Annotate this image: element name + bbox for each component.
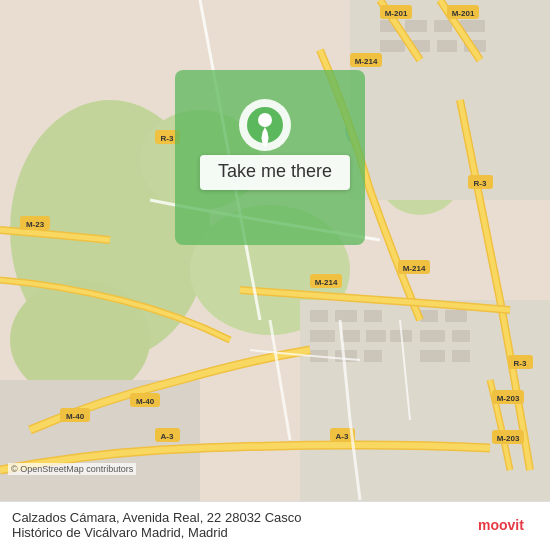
- svg-text:A-3: A-3: [161, 432, 174, 441]
- svg-text:R-3: R-3: [474, 179, 487, 188]
- svg-text:M-203: M-203: [497, 434, 520, 443]
- map-attribution: © OpenStreetMap contributors: [8, 463, 136, 475]
- svg-rect-32: [437, 40, 457, 52]
- svg-rect-25: [452, 350, 470, 362]
- svg-text:M-203: M-203: [497, 394, 520, 403]
- svg-text:M-214: M-214: [315, 278, 338, 287]
- svg-rect-28: [434, 20, 452, 32]
- address-line2: Histórico de Vicálvaro Madrid, Madrid: [12, 525, 468, 540]
- svg-rect-19: [420, 330, 445, 342]
- svg-rect-30: [380, 40, 405, 52]
- svg-text:M-23: M-23: [26, 220, 45, 229]
- bottom-info-bar: Calzados Cámara, Avenida Real, 22 28032 …: [0, 501, 550, 550]
- cta-label: Take me there: [218, 161, 332, 181]
- svg-text:A-3: A-3: [336, 432, 349, 441]
- svg-rect-27: [405, 20, 427, 32]
- moovit-logo-svg: moovit: [478, 511, 538, 539]
- map-container: M-40 M-40 A-3 A-3 R-3 R-3 M-203 M-203 M-…: [0, 0, 550, 550]
- svg-rect-11: [335, 310, 357, 322]
- address-line1: Calzados Cámara, Avenida Real, 22 28032 …: [12, 510, 468, 525]
- moovit-logo: moovit: [478, 511, 538, 539]
- svg-rect-13: [310, 330, 335, 342]
- svg-rect-23: [364, 350, 382, 362]
- svg-rect-12: [364, 310, 382, 322]
- address-container: Calzados Cámara, Avenida Real, 22 28032 …: [12, 510, 468, 540]
- svg-text:M-40: M-40: [136, 397, 155, 406]
- svg-text:M-201: M-201: [452, 9, 475, 18]
- svg-point-67: [258, 113, 272, 127]
- svg-text:M-40: M-40: [66, 412, 85, 421]
- svg-rect-18: [445, 310, 467, 322]
- svg-rect-10: [310, 310, 328, 322]
- svg-rect-17: [420, 310, 438, 322]
- svg-text:M-201: M-201: [385, 9, 408, 18]
- svg-text:R-3: R-3: [161, 134, 174, 143]
- svg-text:M-214: M-214: [403, 264, 426, 273]
- svg-text:moovit: moovit: [478, 517, 524, 533]
- svg-rect-15: [366, 330, 386, 342]
- take-me-there-button[interactable]: Take me there: [200, 155, 350, 190]
- svg-text:R-3: R-3: [514, 359, 527, 368]
- svg-rect-14: [342, 330, 360, 342]
- svg-rect-24: [420, 350, 445, 362]
- svg-rect-20: [452, 330, 470, 342]
- svg-text:M-214: M-214: [355, 57, 378, 66]
